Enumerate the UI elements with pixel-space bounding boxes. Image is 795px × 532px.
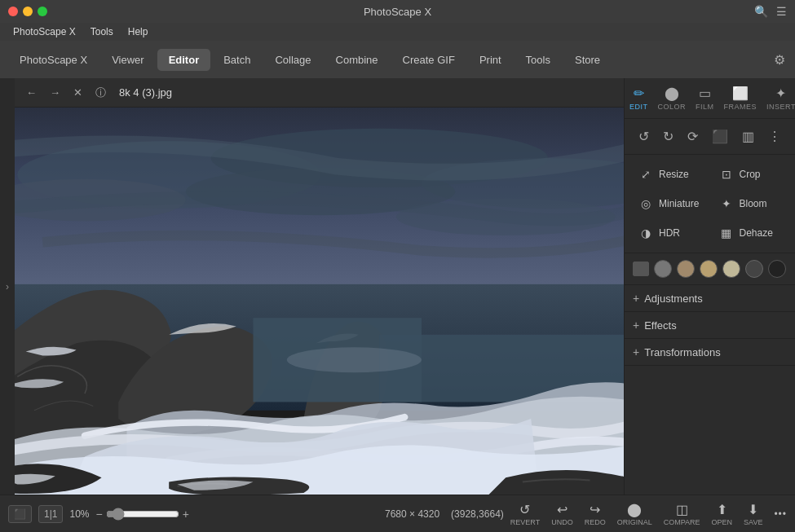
maximize-button[interactable]: [38, 7, 47, 16]
crop-tool[interactable]: ⊡ Crop: [713, 163, 788, 186]
file-name: 8k 4 (3).jpg: [119, 86, 172, 99]
insert-label: INSERT: [766, 103, 795, 111]
frames-label: FRAMES: [724, 103, 757, 111]
bloom-tool[interactable]: ✦ Bloom: [713, 192, 788, 215]
hdr-label: HDR: [659, 227, 680, 239]
zoom-slider[interactable]: [106, 508, 179, 521]
revert-icon: ↺: [519, 502, 530, 517]
open-icon: ⬆: [717, 502, 727, 517]
revert-label: REVERT: [510, 518, 540, 526]
svg-point-10: [287, 347, 422, 372]
swatch-dark[interactable]: [654, 260, 672, 278]
main-area: › ← → ✕ ⓘ 8k 4 (3).jpg: [0, 78, 795, 532]
undo-label: UNDO: [551, 518, 573, 526]
effects-title: Effects: [644, 319, 677, 332]
effects-section: + Effects: [625, 312, 795, 339]
swatch-black[interactable]: [745, 260, 763, 278]
bloom-icon: ✦: [718, 196, 735, 212]
swatch-tan[interactable]: [700, 260, 718, 278]
resize-tool[interactable]: ⤢ Resize: [633, 163, 707, 186]
status-bar: ⬛ 1|1 10% − + 7680 × 4320 (3928,3664) ↺ …: [0, 495, 795, 532]
tab-photoscape[interactable]: PhotoScape X: [8, 49, 99, 71]
list-icon[interactable]: ☰: [776, 5, 787, 18]
nav-tabs: PhotoScape X Viewer Editor Batch Collage…: [0, 41, 795, 78]
swatch-brown[interactable]: [677, 260, 695, 278]
zoom-minus-button[interactable]: −: [96, 508, 103, 521]
flip-h-button[interactable]: ⬛: [709, 125, 731, 147]
tab-print[interactable]: Print: [468, 49, 513, 71]
miniature-tool[interactable]: ◎ Miniature: [633, 192, 707, 215]
tab-edit[interactable]: ✏ EDIT: [625, 82, 653, 114]
original-button[interactable]: ⬤ ORIGINAL: [617, 502, 652, 526]
tab-tools[interactable]: Tools: [515, 49, 562, 71]
undo-icon: ↩: [557, 502, 568, 517]
film-label: FILM: [696, 103, 714, 111]
transform-toolbar: ↺ ↻ ⟳ ⬛ ▥ ⋮: [625, 119, 795, 155]
title-right-icons: 🔍 ☰: [754, 5, 787, 18]
minimize-button[interactable]: [23, 7, 33, 16]
transformations-header[interactable]: + Transformations: [625, 339, 795, 365]
save-button[interactable]: ⬇ SAVE: [744, 502, 762, 526]
frames-icon: ⬜: [732, 86, 749, 101]
rotate-cw-button[interactable]: ↻: [660, 125, 677, 147]
flip-v-button[interactable]: ▥: [739, 125, 757, 147]
tab-viewer[interactable]: Viewer: [100, 49, 156, 71]
left-panel-toggle[interactable]: ›: [0, 78, 15, 495]
zoom-slider-container: − +: [96, 508, 374, 521]
redo-button[interactable]: ↪ REDO: [585, 502, 606, 526]
back-button[interactable]: ←: [23, 85, 40, 100]
info-button[interactable]: ⓘ: [92, 84, 109, 102]
thumbnail-toggle[interactable]: ⬛: [8, 505, 32, 523]
save-icon: ⬇: [748, 502, 758, 517]
menu-tools[interactable]: Tools: [84, 24, 120, 39]
open-label: OPEN: [712, 518, 733, 526]
revert-button[interactable]: ↺ REVERT: [510, 502, 540, 526]
gear-icon[interactable]: ⚙: [774, 52, 785, 68]
effects-header[interactable]: + Effects: [625, 312, 795, 338]
tab-store[interactable]: Store: [563, 49, 612, 71]
more-button[interactable]: •••: [774, 508, 787, 520]
adjustments-header[interactable]: + Adjustments: [625, 285, 795, 311]
transformations-title: Transformations: [644, 346, 720, 358]
hdr-tool[interactable]: ◑ HDR: [633, 222, 707, 244]
open-button[interactable]: ⬆ OPEN: [712, 502, 733, 526]
zoom-plus-button[interactable]: +: [183, 508, 189, 521]
zoom-percent: 10%: [69, 508, 89, 520]
tab-collage[interactable]: Collage: [263, 49, 322, 71]
rotate180-button[interactable]: ⟳: [684, 125, 701, 147]
swatch-light[interactable]: [722, 260, 740, 278]
more-transform-button[interactable]: ⋮: [765, 125, 784, 147]
traffic-lights: [8, 7, 47, 16]
search-icon[interactable]: 🔍: [754, 5, 768, 18]
tab-combine[interactable]: Combine: [325, 49, 390, 71]
original-label: ORIGINAL: [617, 518, 652, 526]
swatch-drop[interactable]: [768, 260, 786, 278]
forward-button[interactable]: →: [46, 85, 64, 100]
swatch-gray[interactable]: [633, 262, 649, 276]
menu-bar: PhotoScape X Tools Help: [0, 23, 795, 41]
undo-button[interactable]: ↩ UNDO: [551, 502, 573, 526]
close-button[interactable]: [8, 7, 18, 16]
compare-button[interactable]: ◫ COMPARE: [664, 502, 700, 526]
tab-insert[interactable]: ✦ INSERT: [762, 82, 795, 114]
image-dimensions: 7680 × 4320: [385, 508, 439, 520]
tab-film[interactable]: ▭ FILM: [691, 82, 719, 114]
zoom-1-1-button[interactable]: 1|1: [38, 505, 63, 523]
tab-frames[interactable]: ⬜ FRAMES: [719, 82, 762, 114]
tab-create-gif[interactable]: Create GIF: [391, 49, 466, 71]
color-icon: ⬤: [665, 86, 679, 101]
color-swatches: [625, 253, 795, 285]
menu-photoscape[interactable]: PhotoScape X: [7, 24, 82, 39]
rotate-ccw-button[interactable]: ↺: [635, 125, 652, 147]
dehaze-tool[interactable]: ▦ Dehaze: [713, 222, 788, 244]
tab-batch[interactable]: Batch: [212, 49, 262, 71]
edit-icon: ✏: [634, 86, 644, 101]
tab-color[interactable]: ⬤ COLOR: [653, 82, 691, 114]
close-file-button[interactable]: ✕: [70, 85, 86, 100]
menu-help[interactable]: Help: [121, 24, 155, 39]
tab-editor[interactable]: Editor: [157, 49, 211, 71]
tool-grid: ⤢ Resize ⊡ Crop ◎ Miniature ✦ Bloom ◑: [625, 155, 795, 253]
editor-area: › ← → ✕ ⓘ 8k 4 (3).jpg: [0, 78, 795, 495]
transformations-plus-icon: +: [633, 345, 639, 358]
dehaze-label: Dehaze: [740, 227, 773, 239]
